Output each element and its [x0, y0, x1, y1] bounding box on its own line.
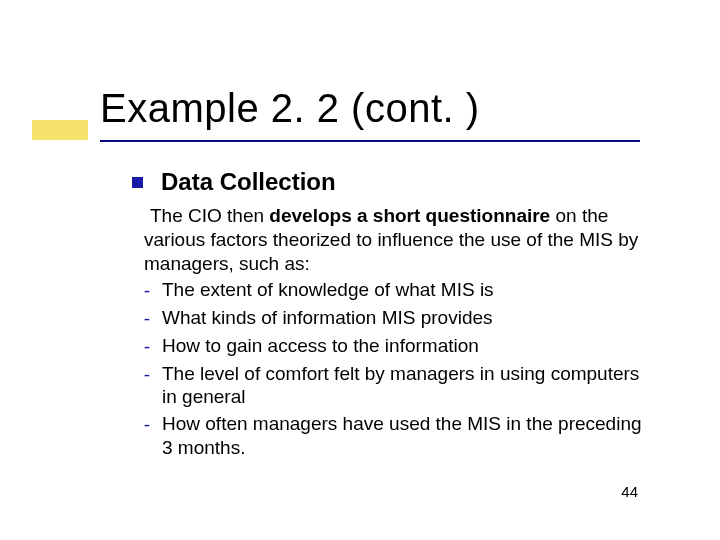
list-item-text: How often managers have used the MIS in … — [162, 412, 657, 460]
intro-text-bold: develops a short questionnaire — [269, 205, 550, 226]
list-item: -How often managers have used the MIS in… — [132, 412, 657, 460]
intro-text-pre: The CIO then — [150, 205, 269, 226]
list-item: -The extent of knowledge of what MIS is — [132, 278, 657, 303]
page-number: 44 — [621, 483, 638, 500]
intro-paragraph: The CIO then develops a short questionna… — [144, 204, 657, 275]
list-item-text: How to gain access to the information — [162, 334, 657, 359]
list-item: -The level of comfort felt by managers i… — [132, 362, 657, 410]
dash-bullet-icon: - — [132, 306, 162, 331]
list-item-text: The extent of knowledge of what MIS is — [162, 278, 657, 303]
list-item: -What kinds of information MIS provides — [132, 306, 657, 331]
dash-bullet-icon: - — [132, 362, 162, 410]
list-item-text: What kinds of information MIS provides — [162, 306, 657, 331]
dash-bullet-icon: - — [132, 412, 162, 460]
dash-bullet-icon: - — [132, 334, 162, 359]
slide-title: Example 2. 2 (cont. ) — [100, 86, 480, 131]
bullet-list: -The extent of knowledge of what MIS is-… — [132, 278, 657, 459]
dash-bullet-icon: - — [132, 278, 162, 303]
list-item-text: The level of comfort felt by managers in… — [162, 362, 657, 410]
section-heading-row: Data Collection — [132, 168, 657, 196]
title-underline — [100, 140, 640, 142]
list-item: -How to gain access to the information — [132, 334, 657, 359]
section-heading: Data Collection — [161, 168, 336, 196]
content-area: Data Collection The CIO then develops a … — [132, 168, 657, 460]
square-bullet-icon — [132, 177, 143, 188]
title-accent-bar — [32, 120, 88, 140]
